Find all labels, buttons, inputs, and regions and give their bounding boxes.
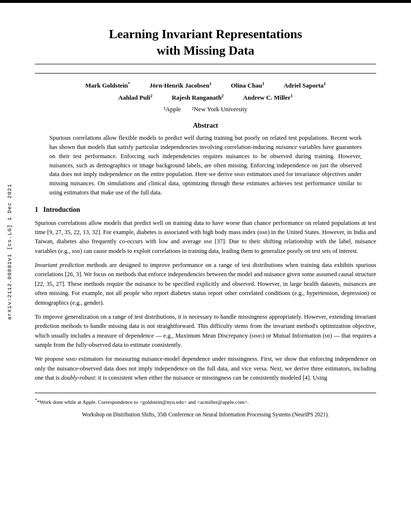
section-intro: 1 Introduction Spurious correlations all… (35, 206, 376, 383)
intro-para2: Invariant prediction methods are designe… (35, 261, 376, 308)
author-miller: Andrew C. Miller1 (243, 93, 293, 102)
intro-para1: Spurious correlations allow models that … (35, 219, 376, 256)
footnote-text: **Work done while at Apple. Corresponden… (35, 397, 376, 406)
authors-row2: Aahlad Puli2 Rajesh Ranganath2 Andrew C.… (35, 93, 376, 102)
author-ranganath: Rajesh Ranganath2 (172, 93, 223, 102)
abstract-section: Abstract Spurious correlations allow fle… (35, 122, 376, 197)
author-chau: Olina Chau1 (231, 81, 264, 89)
divider (35, 73, 376, 74)
workshop-footer: Workshop on Distribution Shifts, 35th Co… (35, 412, 376, 417)
authors-row1: Mark Goldstein* Jörn-Henrik Jacobsen1 Ol… (35, 81, 376, 89)
title-section: Learning Invariant Representations with … (35, 17, 376, 64)
authors-section: Mark Goldstein* Jörn-Henrik Jacobsen1 Ol… (35, 81, 376, 102)
paper-title: Learning Invariant Representations with … (35, 26, 376, 59)
affiliations: ¹Apple ²New York University (35, 105, 376, 113)
content-area: Learning Invariant Representations with … (0, 3, 411, 432)
footnote-section: **Work done while at Apple. Corresponden… (35, 393, 376, 406)
author-jacobsen: Jörn-Henrik Jacobsen1 (149, 81, 211, 89)
abstract-text: Spurious correlations allow flexible mod… (35, 133, 376, 197)
intro-para3: To improve generalization on a range of … (35, 312, 376, 350)
arxiv-label: arXiv:2112.00881v1 [cs.LG] 1 Dec 2021 (7, 184, 13, 320)
abstract-title: Abstract (35, 122, 376, 130)
author-saporta: Adriel Saporta1 (284, 81, 326, 89)
intro-para4: We propose mmd estimators for measuring … (35, 355, 376, 383)
section-intro-title: 1 Introduction (35, 206, 376, 214)
page: arXiv:2112.00881v1 [cs.LG] 1 Dec 2021 Le… (0, 0, 411, 532)
author-puli: Aahlad Puli2 (118, 93, 153, 102)
author-goldstein: Mark Goldstein* (85, 81, 130, 89)
